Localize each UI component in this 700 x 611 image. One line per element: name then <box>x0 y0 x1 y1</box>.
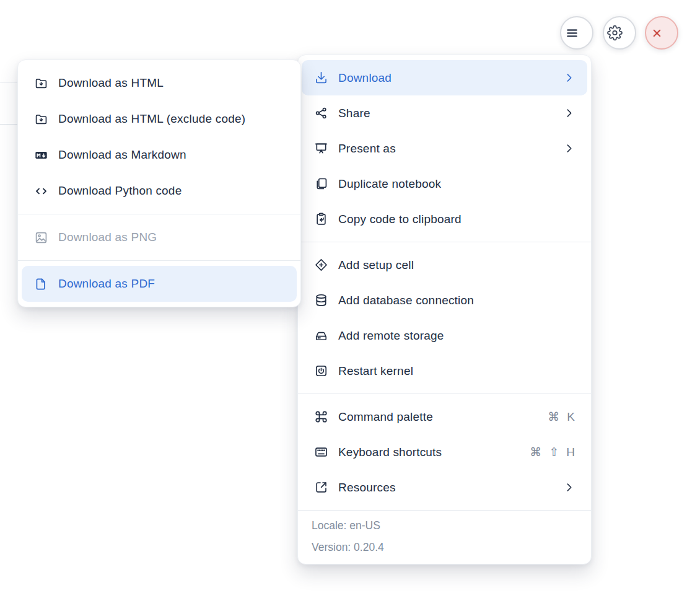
settings-button[interactable] <box>603 16 636 50</box>
menu-item-label: Present as <box>338 142 563 156</box>
download-submenu-body: Download as HTMLDownload as HTML (exclud… <box>18 60 300 307</box>
menu-item-label: Download as PNG <box>58 231 284 244</box>
menu-item-label: Copy code to clipboard <box>338 213 575 226</box>
menu-item-label: Command palette <box>338 410 548 424</box>
menu-item-present-as[interactable]: Present as <box>302 131 587 166</box>
menu-item-download[interactable]: Download <box>302 60 587 95</box>
menu-divider <box>298 242 591 242</box>
menu-item-keyboard-shortcuts[interactable]: Keyboard shortcuts⌘⇧H <box>302 434 587 470</box>
main-menu-body: DownloadSharePresent asDuplicate noteboo… <box>298 55 591 505</box>
menu-item-share[interactable]: Share <box>302 95 587 131</box>
shortcut-key: ⌘ <box>530 446 541 458</box>
menu-item-label: Add database connection <box>338 294 575 307</box>
menu-item-duplicate-notebook[interactable]: Duplicate notebook <box>302 166 587 201</box>
chevron-right-icon <box>563 143 575 154</box>
menu-item-download-as-png: Download as PNG <box>22 219 297 255</box>
image-icon <box>33 230 49 245</box>
database-icon <box>313 292 329 308</box>
menu-item-label: Download as HTML (exclude code) <box>58 112 284 126</box>
shortcut-key: ⌘ <box>548 411 559 423</box>
menu-item-copy-code-to-clipboard[interactable]: Copy code to clipboard <box>302 201 587 237</box>
background-divider-line <box>0 82 18 82</box>
folder-download-icon <box>33 112 49 127</box>
close-icon <box>649 25 665 41</box>
menu-item-label: Download as HTML <box>58 76 284 90</box>
menu-item-add-setup-cell[interactable]: Add setup cell <box>302 247 587 283</box>
share-icon <box>313 105 329 121</box>
clipboard-copy-icon <box>313 211 329 227</box>
storage-icon <box>313 328 329 343</box>
menu-item-download-as-markdown[interactable]: Download as Markdown <box>22 137 297 173</box>
menu-item-label: Resources <box>338 481 563 495</box>
menu-item-download-as-html[interactable]: Download as HTML <box>22 65 297 101</box>
chevron-right-icon <box>563 481 575 493</box>
menu-item-label: Download <box>338 71 563 85</box>
download-icon <box>313 70 329 86</box>
menu-item-download-python-code[interactable]: Download Python code <box>22 173 297 209</box>
folder-download-icon <box>33 76 49 91</box>
menu-item-command-palette[interactable]: Command palette⌘K <box>302 399 587 434</box>
menu-divider <box>18 214 300 214</box>
code-icon <box>33 183 49 199</box>
shortcut-key: H <box>566 446 575 458</box>
background-divider-line <box>0 124 18 125</box>
menu-item-label: Share <box>338 107 563 120</box>
download-submenu-panel: Download as HTMLDownload as HTML (exclud… <box>17 59 301 307</box>
menu-item-label: Download Python code <box>58 184 284 198</box>
file-icon <box>33 276 49 292</box>
shortcut-key: K <box>567 411 575 423</box>
menu-item-label: Duplicate notebook <box>338 177 575 191</box>
menu-item-label: Restart kernel <box>338 364 575 378</box>
markdown-icon <box>33 147 49 163</box>
menu-item-label: Add setup cell <box>338 258 575 272</box>
locale-text: Locale: en-US <box>312 515 591 537</box>
menu-item-download-as-pdf[interactable]: Download as PDF <box>22 266 297 302</box>
chevron-right-icon <box>563 72 575 84</box>
shortcut-key: ⇧ <box>549 446 559 458</box>
menu-item-restart-kernel[interactable]: Restart kernel <box>302 353 587 389</box>
menu-item-label: Download as PDF <box>58 277 284 291</box>
restart-icon <box>313 363 329 379</box>
menu-footer: Locale: en-US Version: 0.20.4 <box>298 510 591 564</box>
external-link-icon <box>313 480 329 495</box>
hamburger-icon <box>564 25 580 41</box>
menu-divider <box>298 393 591 394</box>
duplicate-icon <box>313 176 329 191</box>
menu-item-label: Keyboard shortcuts <box>338 446 530 459</box>
close-button[interactable] <box>645 16 678 50</box>
present-icon <box>313 141 329 156</box>
menu-item-add-database-connection[interactable]: Add database connection <box>302 283 587 318</box>
version-text: Version: 0.20.4 <box>312 537 591 558</box>
keyboard-icon <box>313 444 329 460</box>
menu-item-add-remote-storage[interactable]: Add remote storage <box>302 318 587 353</box>
hamburger-menu-button[interactable] <box>560 16 593 50</box>
chevron-right-icon <box>563 107 575 119</box>
gear-icon <box>607 25 623 41</box>
menu-item-resources[interactable]: Resources <box>302 470 587 505</box>
menu-item-label: Download as Markdown <box>58 148 284 162</box>
main-menu-panel: DownloadSharePresent asDuplicate noteboo… <box>297 55 592 565</box>
keyboard-shortcut-hint: ⌘K <box>548 411 575 423</box>
menu-item-label: Add remote storage <box>338 329 575 343</box>
keyboard-shortcut-hint: ⌘⇧H <box>530 446 575 458</box>
setup-cell-icon <box>313 257 329 273</box>
command-icon <box>313 409 329 424</box>
menu-item-download-as-html-exclude-code[interactable]: Download as HTML (exclude code) <box>22 101 297 137</box>
menu-divider <box>18 260 300 261</box>
